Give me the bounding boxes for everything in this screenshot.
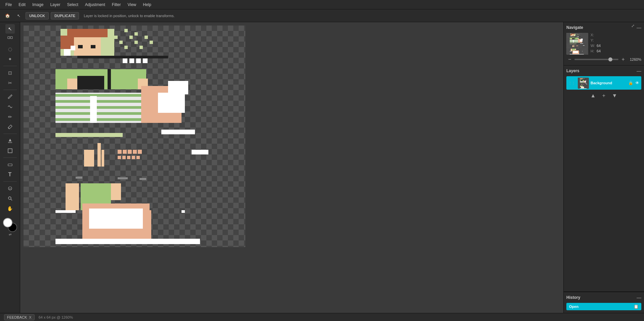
w-value: 64 bbox=[597, 44, 601, 48]
toolbar-message: Layer is locked in position, unlock to e… bbox=[84, 14, 174, 18]
w-label: W: bbox=[591, 44, 595, 48]
feedback-label: FEEDBACK bbox=[7, 315, 27, 319]
move-tool[interactable]: ↖ bbox=[5, 24, 15, 34]
statusbar: FEEDBACK X 64 x 64 px @ 1260% bbox=[0, 313, 644, 321]
h-label: H: bbox=[591, 49, 595, 53]
layers-collapse-button[interactable]: — bbox=[637, 68, 641, 74]
svg-line-8 bbox=[11, 199, 12, 200]
nav-coords: X: Y: W: 64 H: 64 bbox=[591, 33, 601, 53]
navigate-thumbnail bbox=[566, 33, 588, 54]
right-panel: Navigate — X: Y: W: bbox=[563, 22, 644, 313]
history-collapse-button[interactable]: — bbox=[637, 295, 641, 300]
crop-tool[interactable]: ⊡ bbox=[5, 68, 15, 78]
zoom-tool[interactable] bbox=[5, 194, 15, 203]
status-info: 64 x 64 px @ 1260% bbox=[39, 315, 73, 319]
swap-colors-hint: ⇄ bbox=[3, 233, 17, 236]
feedback-tab[interactable]: FEEDBACK X bbox=[4, 314, 35, 320]
tool-separator-1 bbox=[3, 66, 17, 66]
select-tool[interactable] bbox=[5, 34, 15, 44]
menu-file[interactable]: File bbox=[3, 1, 14, 8]
svg-point-7 bbox=[8, 197, 11, 199]
layer-controls: ▲ + ▼ bbox=[566, 92, 641, 100]
navigate-collapse-button[interactable]: — bbox=[637, 25, 641, 30]
tool-separator-3 bbox=[3, 134, 17, 134]
scissors-tool[interactable]: ✂ bbox=[5, 78, 15, 88]
layer-item-background[interactable]: ⋮⋮ Background 🔒 👁 bbox=[566, 76, 641, 90]
heal-tool[interactable] bbox=[5, 102, 15, 111]
lock-icon: 🔒 bbox=[628, 81, 633, 85]
shape-tool[interactable] bbox=[5, 146, 15, 155]
lasso-tool[interactable]: ◌ bbox=[5, 44, 15, 54]
y-label: Y: bbox=[591, 38, 595, 42]
history-item-label: Open bbox=[569, 305, 632, 309]
nav-thumb-canvas bbox=[567, 33, 588, 55]
layers-header: Layers — bbox=[566, 68, 641, 74]
move-layer-up-button[interactable]: ▲ bbox=[589, 92, 597, 100]
paint-bucket-tool[interactable] bbox=[5, 136, 15, 145]
navigate-section: Navigate — X: Y: W: bbox=[564, 22, 644, 65]
svg-rect-0 bbox=[8, 37, 10, 39]
zoom-row: − + 1260% bbox=[566, 56, 641, 62]
home-button[interactable]: 🏠 bbox=[3, 11, 12, 20]
navigate-content: X: Y: W: 64 H: 64 bbox=[566, 33, 641, 54]
canvas-area[interactable] bbox=[20, 22, 563, 313]
history-item-open[interactable]: Open 📋 bbox=[566, 303, 641, 310]
navigate-title: Navigate bbox=[566, 25, 583, 30]
layers-list: ⋮⋮ Background 🔒 👁 bbox=[566, 76, 641, 90]
svg-rect-3 bbox=[8, 142, 12, 143]
main-area: ↖ ◌ ✦ ⊡ ✂ ✏ T bbox=[0, 22, 644, 313]
tool-separator-5 bbox=[3, 181, 17, 182]
layer-thumb-canvas bbox=[578, 78, 589, 89]
menu-select[interactable]: Select bbox=[64, 1, 81, 8]
svg-rect-1 bbox=[10, 37, 12, 39]
coord-x-row: X: bbox=[591, 33, 601, 37]
add-layer-button[interactable]: + bbox=[600, 92, 608, 100]
menu-filter[interactable]: Filter bbox=[109, 1, 124, 8]
eraser-tool[interactable] bbox=[5, 160, 15, 169]
pixel-canvas[interactable] bbox=[24, 26, 245, 247]
layers-title: Layers bbox=[566, 68, 579, 73]
zoom-out-button[interactable]: − bbox=[566, 56, 573, 62]
svg-point-2 bbox=[8, 128, 9, 129]
menu-view[interactable]: View bbox=[125, 1, 139, 8]
hand-tool[interactable]: ✋ bbox=[5, 204, 15, 213]
color-swatch-area[interactable]: ⇄ bbox=[3, 218, 17, 236]
foreground-color-swatch[interactable] bbox=[3, 218, 12, 227]
coord-h-row: H: 64 bbox=[591, 49, 601, 53]
navigate-header: Navigate — bbox=[566, 25, 641, 30]
visibility-icon[interactable]: 👁 bbox=[635, 81, 639, 85]
feedback-close-button[interactable]: X bbox=[29, 315, 31, 319]
smudge-tool[interactable] bbox=[5, 184, 15, 193]
zoom-in-button[interactable]: + bbox=[620, 56, 627, 62]
cursor-tool-button[interactable]: ↖ bbox=[14, 11, 24, 20]
zoom-value: 1260% bbox=[628, 57, 641, 61]
canvas-container bbox=[24, 26, 245, 247]
pencil-tool[interactable]: ✏ bbox=[5, 112, 15, 122]
duplicate-button[interactable]: DUPLICATE bbox=[51, 12, 79, 19]
menu-image[interactable]: Image bbox=[30, 1, 46, 8]
dropper-tool[interactable] bbox=[5, 122, 15, 132]
history-header: History — bbox=[566, 295, 641, 300]
layers-section: Layers — ⋮⋮ Background 🔒 👁 ▲ + ▼ bbox=[564, 65, 644, 292]
toolbar: 🏠 ↖ UNLOCK DUPLICATE Layer is locked in … bbox=[0, 9, 644, 22]
tool-separator-2 bbox=[3, 90, 17, 90]
move-layer-down-button[interactable]: ▼ bbox=[611, 92, 619, 100]
unlock-button[interactable]: UNLOCK bbox=[26, 12, 49, 19]
menu-edit[interactable]: Edit bbox=[16, 1, 28, 8]
layer-name: Background bbox=[591, 81, 626, 85]
zoom-slider[interactable] bbox=[574, 59, 618, 60]
svg-rect-5 bbox=[8, 164, 12, 166]
magic-wand-tool[interactable]: ✦ bbox=[5, 54, 15, 64]
h-value: 64 bbox=[597, 49, 601, 53]
history-item-icon: 📋 bbox=[634, 304, 639, 309]
menu-adjustment[interactable]: Adjustment bbox=[82, 1, 108, 8]
menu-help[interactable]: Help bbox=[140, 1, 154, 8]
toolbox: ↖ ◌ ✦ ⊡ ✂ ✏ T bbox=[0, 22, 20, 313]
menu-layer[interactable]: Layer bbox=[47, 1, 63, 8]
navigate-expand-icon[interactable]: ⤢ bbox=[631, 24, 635, 28]
history-title: History bbox=[566, 295, 580, 300]
text-tool[interactable]: T bbox=[5, 170, 15, 179]
coord-w-row: W: 64 bbox=[591, 44, 601, 48]
ruler-tool[interactable] bbox=[5, 92, 15, 101]
tool-separator-4 bbox=[3, 157, 17, 158]
